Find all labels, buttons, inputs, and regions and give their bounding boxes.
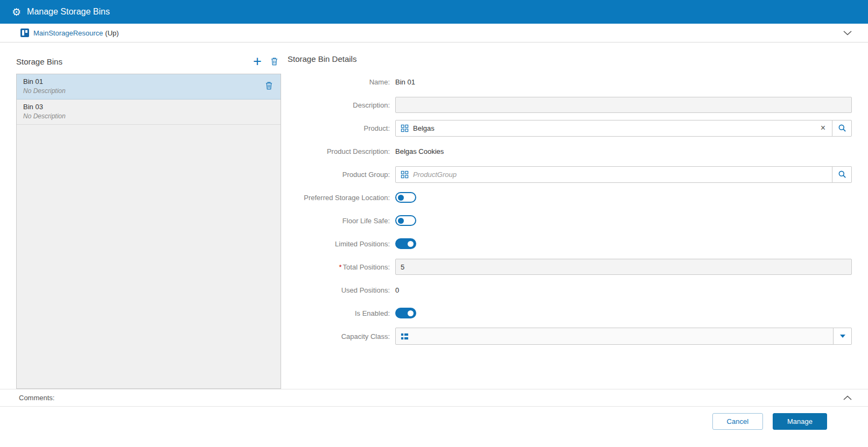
preferred-storage-location-toggle[interactable] [395,192,416,203]
toggle-knob [408,241,414,247]
toggle-knob [398,195,404,201]
row-capacity-class: Capacity Class: [288,328,852,344]
limited-positions-toggle[interactable] [395,238,416,249]
list-item-bin-03[interactable]: Bin 03 No Description [17,100,281,125]
comments-label: Comments: [19,394,54,402]
bin-list: Bin 01 No Description Bin 03 No Descript… [16,74,281,389]
product-description-value: Belgas Cookies [395,147,444,155]
description-label: Description: [288,101,395,109]
row-description: Description: [288,97,852,113]
gear-icon: ⚙ [12,7,21,17]
bin-name: Bin 03 [23,103,274,111]
capacity-class-dropdown-button[interactable] [833,328,852,345]
product-label: Product: [288,124,395,132]
preferred-storage-location-label: Preferred Storage Location: [288,194,395,202]
required-asterisk: * [339,263,342,271]
breadcrumb-link[interactable]: MainStorageResource [33,29,103,37]
product-input[interactable]: Belgas × [395,120,832,137]
row-used-positions: Used Positions: 0 [288,282,852,298]
product-value: Belgas [413,124,435,132]
row-name: Name: Bin 01 [288,74,852,90]
capacity-class-label: Capacity Class: [288,332,395,340]
toggle-knob [408,310,414,316]
used-positions-label: Used Positions: [288,286,395,294]
row-preferred-storage-location: Preferred Storage Location: [288,189,852,205]
capacity-class-icon [401,332,409,340]
is-enabled-toggle[interactable] [395,308,416,318]
name-label: Name: [288,78,395,86]
product-description-label: Product Description: [288,147,395,155]
app-header: ⚙ Manage Storage Bins [0,0,868,24]
delete-bin-button[interactable] [267,57,281,66]
chevron-up-icon[interactable] [843,395,852,401]
product-search-button[interactable] [832,120,852,137]
floor-life-safe-toggle[interactable] [395,215,416,226]
clear-icon[interactable]: × [819,124,827,132]
storage-bin-details-panel: Storage Bin Details Name: Bin 01 Descrip… [281,54,852,389]
cancel-button[interactable]: Cancel [712,413,763,430]
storage-bins-panel: Storage Bins + Bin 01 No Description Bin… [16,54,281,389]
description-input[interactable] [395,97,852,113]
bin-description: No Description [23,112,274,120]
row-floor-life-safe: Floor Life Safe: [288,212,852,229]
product-group-search-button[interactable] [832,166,852,183]
footer: Cancel Manage [0,407,868,447]
caret-down-icon [840,335,845,338]
row-is-enabled: Is Enabled: [288,305,852,321]
row-product-group: Product Group: ProductGroup [288,166,852,182]
total-positions-label: *Total Positions: [288,263,395,271]
resource-icon [20,29,29,37]
capacity-class-field[interactable] [395,328,834,345]
add-bin-button[interactable]: + [250,56,265,67]
product-group-placeholder: ProductGroup [413,171,457,179]
row-product-description: Product Description: Belgas Cookies [288,143,852,159]
comments-section: Comments: [0,389,868,407]
breadcrumb: MainStorageResource (Up) [0,24,868,42]
storage-bins-title: Storage Bins [16,57,62,66]
limited-positions-label: Limited Positions: [288,240,395,248]
floor-life-safe-label: Floor Life Safe: [288,217,395,225]
chevron-down-icon[interactable] [843,30,852,36]
manage-button[interactable]: Manage [773,413,827,430]
breadcrumb-suffix: (Up) [105,29,118,37]
product-group-label: Product Group: [288,171,395,179]
bin-name: Bin 01 [23,77,274,86]
is-enabled-label: Is Enabled: [288,309,395,317]
name-value: Bin 01 [395,78,415,86]
row-trash-icon[interactable] [265,81,273,90]
toggle-knob [398,218,404,224]
product-group-icon [401,171,409,179]
list-item-bin-01[interactable]: Bin 01 No Description [17,74,281,100]
row-total-positions: *Total Positions: [288,259,852,275]
total-positions-input[interactable] [395,259,852,275]
row-limited-positions: Limited Positions: [288,236,852,252]
row-product: Product: Belgas × [288,120,852,136]
page-title: Manage Storage Bins [27,7,110,17]
product-group-input[interactable]: ProductGroup [395,166,832,183]
used-positions-value: 0 [395,286,399,294]
main-content: Storage Bins + Bin 01 No Description Bin… [0,42,868,389]
details-title: Storage Bin Details [288,54,852,68]
storage-bins-header: Storage Bins + [16,54,281,68]
product-icon [401,124,409,132]
bin-description: No Description [23,87,274,95]
